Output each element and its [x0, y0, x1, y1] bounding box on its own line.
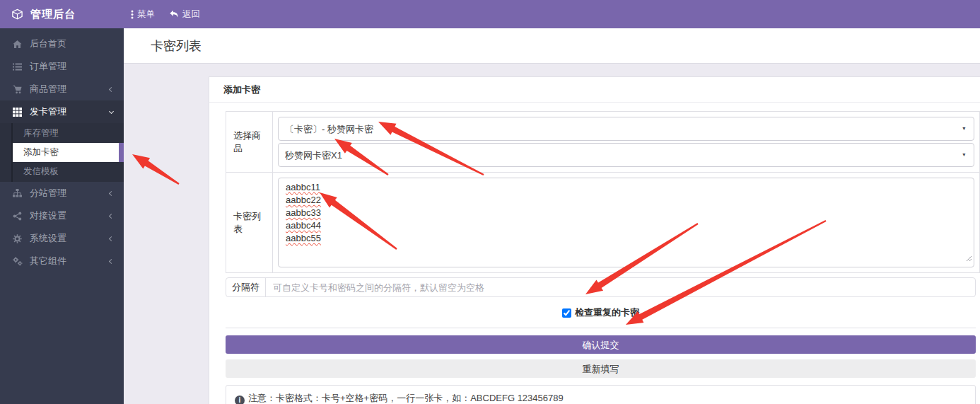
top-header: 管理后台 菜单 返回 [0, 0, 980, 28]
chevron-left-icon [109, 86, 114, 91]
sidebar-subitem-label: 添加卡密 [23, 146, 59, 158]
page-title: 卡密列表 [151, 37, 202, 54]
brand: 管理后台 [0, 8, 124, 21]
gear-icon [13, 234, 23, 243]
card-line: aabbc55 [286, 232, 321, 245]
chevron-left-icon [109, 236, 114, 241]
nodes-icon [13, 212, 23, 221]
sidebar: 后台首页 订单管理 商品管理 发卡管理 库存管理 添加卡密 发信模板 [0, 28, 124, 404]
sitemap-icon [13, 189, 23, 197]
card-line: aabbc11 [286, 181, 320, 194]
card-list-label: 卡密列表 [226, 173, 273, 273]
card-line: aabbc22 [286, 194, 321, 207]
sidebar-item-label: 分站管理 [30, 187, 66, 200]
sidebar-item-label: 发卡管理 [30, 105, 66, 118]
home-icon [13, 40, 23, 49]
sidebar-item-label: 系统设置 [30, 232, 66, 245]
cube-icon [11, 8, 23, 21]
sidebar-item-label: 商品管理 [30, 83, 66, 96]
page-titlebar: 卡密列表 [124, 28, 980, 64]
sidebar-item-add-card[interactable]: 添加卡密 [13, 143, 124, 162]
card-list-row: 卡密列表 aabbc11 aabbc22 aabbc33 aabbc44 aab… [226, 173, 980, 273]
submit-button[interactable]: 确认提交 [226, 335, 976, 354]
chevron-left-icon [109, 213, 114, 218]
note-box: 注意：卡密格式：卡号+空格+密码，一行一张卡，如：ABCDEFG 1234567… [226, 385, 976, 404]
back-label: 返回 [182, 8, 200, 21]
sidebar-item-products[interactable]: 商品管理 [0, 78, 124, 100]
app-title: 管理后台 [30, 8, 76, 21]
separator-group: 分隔符 [226, 277, 976, 297]
check-duplicates-checkbox[interactable] [562, 308, 571, 318]
product-select-1-wrap: 〔卡密〕- 秒赞网卡密 [278, 117, 974, 141]
sidebar-item-label: 对接设置 [30, 209, 66, 222]
sidebar-item-orders[interactable]: 订单管理 [0, 55, 124, 78]
separator-input[interactable] [266, 278, 975, 296]
sidebar-subitem-label: 发信模板 [23, 166, 59, 178]
sidebar-subitem-label: 库存管理 [23, 127, 59, 139]
chevron-left-icon [109, 258, 114, 263]
sidebar-item-mail-template[interactable]: 发信模板 [0, 162, 124, 181]
add-card-panel: 添加卡密 选择商品 〔卡密〕- 秒赞网卡密 [209, 76, 980, 404]
product-select-2[interactable]: 秒赞网卡密X1 [278, 143, 974, 167]
info-icon [235, 396, 245, 404]
card-line: aabbc33 [286, 207, 321, 219]
sidebar-item-stock[interactable]: 库存管理 [0, 124, 124, 143]
list-icon [13, 62, 23, 71]
product-select-1[interactable]: 〔卡密〕- 秒赞网卡密 [278, 117, 974, 141]
menu-dots-icon [131, 10, 134, 19]
sidebar-item-card-management[interactable]: 发卡管理 [0, 100, 124, 123]
card-line: aabbc44 [286, 219, 321, 232]
panel-title: 添加卡密 [209, 77, 980, 103]
note-text-1: 注意：卡密格式：卡号+空格+密码，一行一张卡，如：ABCDEFG 1234567… [248, 393, 564, 403]
sidebar-item-label: 订单管理 [30, 60, 66, 73]
chevron-left-icon [109, 190, 114, 195]
separator-label: 分隔符 [226, 278, 266, 296]
gears-icon [13, 257, 23, 266]
main-content: 卡密列表 添加卡密 选择商品 〔卡密〕- 秒赞网卡密 [124, 28, 980, 404]
sidebar-item-other-components[interactable]: 其它组件 [0, 250, 124, 272]
chevron-down-icon [109, 108, 114, 113]
back-button[interactable]: 返回 [169, 8, 200, 21]
sidebar-item-label: 其它组件 [30, 255, 66, 267]
sidebar-item-subsites[interactable]: 分站管理 [0, 182, 124, 204]
card-list-textarea[interactable]: aabbc11 aabbc22 aabbc33 aabbc44 aabbc55 [278, 178, 974, 267]
sidebar-item-dashboard[interactable]: 后台首页 [0, 33, 124, 55]
cart-icon [13, 85, 23, 94]
add-card-form: 选择商品 〔卡密〕- 秒赞网卡密 秒赞网卡密X1 [226, 111, 980, 273]
resize-grip-icon[interactable] [966, 253, 972, 265]
product-row: 选择商品 〔卡密〕- 秒赞网卡密 秒赞网卡密X1 [226, 112, 980, 173]
note-line-1: 注意：卡密格式：卡号+空格+密码，一行一张卡，如：ABCDEFG 1234567… [235, 391, 967, 404]
check-duplicates-label: 检查重复的卡密 [575, 306, 639, 319]
sidebar-item-system-settings[interactable]: 系统设置 [0, 227, 124, 250]
card-management-submenu: 库存管理 添加卡密 发信模板 [0, 123, 124, 182]
sidebar-item-label: 后台首页 [30, 37, 66, 50]
product-select-2-wrap: 秒赞网卡密X1 [278, 143, 974, 167]
menu-label: 菜单 [137, 8, 155, 21]
sidebar-item-api-settings[interactable]: 对接设置 [0, 204, 124, 227]
product-label: 选择商品 [226, 112, 273, 173]
grid-icon [13, 108, 23, 117]
menu-button[interactable]: 菜单 [131, 8, 155, 21]
reply-icon [169, 10, 179, 18]
check-duplicates-row: 检查重复的卡密 [226, 297, 976, 328]
reset-button[interactable]: 重新填写 [226, 359, 976, 378]
